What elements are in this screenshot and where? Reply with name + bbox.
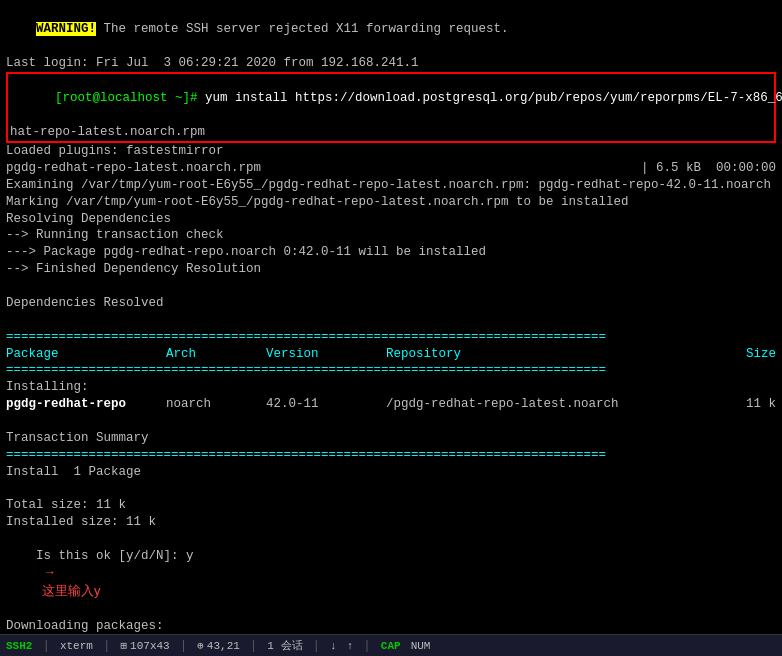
deps-resolved-line: Dependencies Resolved bbox=[6, 295, 776, 312]
downloading-packages-line: Downloading packages: bbox=[6, 618, 776, 635]
status-sep-2: | bbox=[103, 639, 111, 653]
is-this-ok-text: Is this ok [y/d/N]: y bbox=[36, 549, 194, 563]
pkg-arch: noarch bbox=[166, 396, 266, 413]
install-1-package: Install 1 Package bbox=[6, 464, 776, 481]
is-this-ok-line: Is this ok [y/d/N]: y → 这里输入y bbox=[6, 531, 776, 617]
pkg-size: 11 k bbox=[726, 396, 776, 413]
command-1: yum install https://download.postgresql.… bbox=[205, 91, 782, 105]
loaded-plugins-line: Loaded plugins: fastestmirror bbox=[6, 143, 776, 160]
arrow-icon: → bbox=[46, 566, 54, 580]
position-value: 43,21 bbox=[207, 640, 240, 652]
marking-line: Marking /var/tmp/yum-root-E6y55_/pgdg-re… bbox=[6, 194, 776, 211]
warning-label: WARNING! bbox=[36, 22, 96, 36]
examining-line: Examining /var/tmp/yum-root-E6y55_/pgdg-… bbox=[6, 177, 776, 194]
status-sep-5: | bbox=[313, 639, 321, 653]
last-login-line: Last login: Fri Jul 3 06:29:21 2020 from… bbox=[6, 55, 776, 72]
prompt-1: [root@localhost ~]# bbox=[55, 91, 205, 105]
status-position: ⊕ 43,21 bbox=[197, 639, 240, 652]
pkg-repo: /pgdg-redhat-repo-latest.noarch bbox=[386, 396, 726, 413]
status-down-arrow[interactable]: ↓ bbox=[330, 640, 337, 652]
blank-2 bbox=[6, 312, 776, 329]
terminal-window: WARNING! The remote SSH server rejected … bbox=[0, 0, 782, 634]
installed-size-line: Installed size: 11 k bbox=[6, 514, 776, 531]
pkg-ver: 42.0-11 bbox=[266, 396, 386, 413]
blank-1 bbox=[6, 278, 776, 295]
size-value: 107x43 bbox=[130, 640, 170, 652]
separator-3: ========================================… bbox=[6, 447, 776, 464]
warning-text: The remote SSH server rejected X11 forwa… bbox=[96, 22, 509, 36]
status-ssh2: SSH2 bbox=[6, 640, 32, 652]
position-icon: ⊕ bbox=[197, 639, 204, 652]
running-check-line: --> Running transaction check bbox=[6, 227, 776, 244]
status-sep-4: | bbox=[250, 639, 258, 653]
col-size: Size bbox=[726, 346, 776, 363]
command-line-1: [root@localhost ~]# yum install https://… bbox=[10, 74, 772, 125]
resolving-line: Resolving Dependencies bbox=[6, 211, 776, 228]
finished-dep-line: --> Finished Dependency Resolution bbox=[6, 261, 776, 278]
table-header: Package Arch Version Repository Size bbox=[6, 346, 776, 363]
warning-line: WARNING! The remote SSH server rejected … bbox=[6, 4, 776, 55]
command-block: [root@localhost ~]# yum install https://… bbox=[6, 72, 776, 144]
download-file: pgdg-redhat-repo-latest.noarch.rpm bbox=[6, 160, 261, 177]
pkg-name: pgdg-redhat-repo bbox=[6, 396, 166, 413]
status-num: NUM bbox=[411, 640, 431, 652]
download-line: pgdg-redhat-repo-latest.noarch.rpm | 6.5… bbox=[6, 160, 776, 177]
package-install-line: ---> Package pgdg-redhat-repo.noarch 0:4… bbox=[6, 244, 776, 261]
blank-3 bbox=[6, 413, 776, 430]
transaction-summary-label: Transaction Summary bbox=[6, 430, 776, 447]
command-line-2: hat-repo-latest.noarch.rpm bbox=[10, 124, 772, 141]
status-sessions: 1 会话 bbox=[267, 638, 302, 653]
total-size-line: Total size: 11 k bbox=[6, 497, 776, 514]
blank-4 bbox=[6, 481, 776, 498]
col-package: Package bbox=[6, 346, 166, 363]
status-up-arrow[interactable]: ↑ bbox=[347, 640, 354, 652]
status-cap: CAP bbox=[381, 640, 401, 652]
status-size: ⊞ 107x43 bbox=[120, 639, 169, 652]
statusbar: SSH2 | xterm | ⊞ 107x43 | ⊕ 43,21 | 1 会话… bbox=[0, 634, 782, 656]
annotation-text: 这里输入y bbox=[42, 583, 101, 598]
separator-1: ========================================… bbox=[6, 329, 776, 346]
size-icon: ⊞ bbox=[120, 639, 127, 652]
status-xterm: xterm bbox=[60, 640, 93, 652]
status-sep-3: | bbox=[180, 639, 188, 653]
table-row-pgdg: pgdg-redhat-repo noarch 42.0-11 /pgdg-re… bbox=[6, 396, 776, 413]
status-sep-6: | bbox=[363, 639, 371, 653]
status-sep-1: | bbox=[42, 639, 50, 653]
download-size: | 6.5 kB 00:00:00 bbox=[641, 160, 776, 177]
col-repo: Repository bbox=[386, 346, 726, 363]
col-version: Version bbox=[266, 346, 386, 363]
col-arch: Arch bbox=[166, 346, 266, 363]
separator-2: ========================================… bbox=[6, 362, 776, 379]
installing-label: Installing: bbox=[6, 379, 776, 396]
